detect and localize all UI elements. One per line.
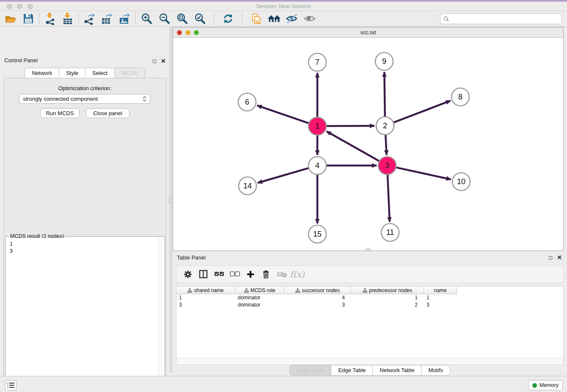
zoom-fit-button[interactable] — [173, 11, 191, 26]
node-10[interactable]: 10 — [452, 173, 470, 190]
search-input[interactable] — [451, 16, 561, 22]
node-11[interactable]: 11 — [381, 224, 399, 241]
table-panel-float-icon[interactable]: ◻ — [548, 254, 553, 260]
network-graph[interactable]: 1234678910111415 — [173, 38, 563, 251]
open-session-button[interactable] — [2, 11, 19, 26]
node-7[interactable]: 7 — [308, 53, 326, 71]
criterion-value: strongly connected component — [23, 96, 98, 102]
export-table-button[interactable] — [98, 11, 116, 26]
frame-minimize-icon[interactable]: – — [185, 30, 190, 35]
node-2[interactable]: 2 — [376, 117, 394, 135]
select-all-rows-button[interactable] — [211, 267, 227, 282]
mcds-result-scrollbar[interactable] — [159, 237, 164, 392]
task-history-button[interactable] — [5, 380, 17, 390]
frame-close-icon[interactable]: x — [177, 30, 182, 35]
cell-MCDS-role[interactable]: dominator — [235, 301, 284, 309]
tab-select[interactable]: Select — [85, 68, 115, 78]
cell-shared-name[interactable]: 1 — [176, 294, 235, 301]
window-minimize-icon[interactable] — [17, 4, 22, 9]
tab-edge-table[interactable]: Edge Table — [331, 365, 373, 375]
node-8[interactable]: 8 — [451, 88, 469, 106]
tab-motifs[interactable]: Motifs — [421, 365, 450, 375]
edge-2-3[interactable] — [385, 135, 387, 155]
tab-style[interactable]: Style — [59, 68, 85, 78]
delete-column-button[interactable] — [258, 267, 274, 282]
frame-maximize-icon[interactable]: + — [194, 30, 199, 35]
zoom-selected-button[interactable] — [191, 11, 209, 26]
cell-successor-nodes[interactable]: 4 — [284, 294, 351, 301]
import-network-button[interactable] — [41, 11, 59, 26]
delete-table-button[interactable] — [274, 267, 289, 282]
close-panel-button[interactable]: Close panel — [86, 108, 129, 118]
cell-name[interactable]: 3 — [424, 301, 457, 309]
zoom-out-button[interactable] — [155, 11, 173, 26]
list-icon — [7, 382, 14, 388]
show-all-button[interactable] — [301, 11, 319, 26]
column-header-predecessor-nodes[interactable]: predecessor nodes — [351, 287, 424, 294]
node-table[interactable]: shared nameMCDS rolesuccessor nodesprede… — [176, 286, 564, 365]
window-close-icon[interactable] — [7, 4, 12, 9]
edge-3-11[interactable] — [388, 175, 390, 222]
export-network-button[interactable] — [80, 11, 98, 26]
home-view-button[interactable] — [265, 11, 283, 26]
export-image-button[interactable] — [116, 11, 134, 26]
save-session-button[interactable] — [19, 11, 37, 26]
splitter-grip[interactable] — [168, 197, 172, 204]
window-zoom-icon[interactable] — [28, 4, 33, 9]
tab-mcds[interactable]: MCDS — [115, 68, 145, 78]
node-1[interactable]: 1 — [308, 117, 326, 135]
column-header-name[interactable]: name — [424, 287, 457, 294]
cell-name[interactable]: 1 — [424, 294, 457, 301]
node-9[interactable]: 9 — [375, 52, 393, 70]
window-titlebar[interactable]: Session: New Session — [0, 2, 567, 11]
edge-1-6[interactable] — [257, 105, 309, 123]
function-builder-button[interactable]: f(x) — [289, 267, 305, 282]
cell-successor-nodes[interactable]: 3 — [284, 301, 351, 309]
search-box[interactable] — [440, 14, 562, 24]
mcds-result-list[interactable]: 13 — [6, 238, 159, 392]
table-horizontal-scrollbar[interactable] — [177, 358, 563, 364]
table-row[interactable]: 3dominator323 — [176, 301, 457, 309]
import-table-button[interactable] — [59, 11, 77, 26]
column-visibility-button[interactable] — [195, 267, 211, 282]
tab-network[interactable]: Network — [25, 68, 59, 78]
optimization-criterion-label: Optimization criterion: — [0, 85, 170, 91]
memory-button[interactable]: Memory — [528, 380, 563, 390]
copy-network-button[interactable] — [248, 11, 265, 26]
edge-3-1[interactable] — [327, 131, 379, 161]
node-4[interactable]: 4 — [308, 157, 326, 174]
table-panel-close-icon[interactable]: ✕ — [557, 254, 562, 260]
control-panel-float-icon[interactable]: ◻ — [152, 58, 157, 64]
splitter-grip-horizontal[interactable] — [366, 248, 371, 251]
edge-2-8[interactable] — [394, 101, 451, 122]
table-row[interactable]: 1dominator411 — [176, 294, 457, 301]
edge-2-9[interactable] — [384, 72, 385, 116]
tab-network-table[interactable]: Network Table — [373, 365, 421, 375]
control-panel-close-icon[interactable]: ✕ — [161, 58, 166, 64]
edge-3-10[interactable] — [396, 168, 451, 179]
node-14[interactable]: 14 — [239, 177, 256, 195]
network-frame-titlebar[interactable]: x – + scc.txt — [173, 28, 563, 38]
node-3[interactable]: 3 — [378, 157, 396, 174]
cell-MCDS-role[interactable]: dominator — [235, 294, 284, 301]
tab-node-table[interactable]: Node Table — [289, 365, 332, 375]
cell-predecessor-nodes[interactable]: 2 — [351, 301, 424, 309]
refresh-view-button[interactable] — [219, 11, 237, 26]
column-header-successor-nodes[interactable]: successor nodes — [284, 287, 351, 294]
column-header-shared-name[interactable]: shared name — [176, 287, 235, 294]
column-header-MCDS-role[interactable]: MCDS role — [235, 287, 284, 294]
cell-shared-name[interactable]: 3 — [176, 301, 235, 309]
deselect-all-rows-button[interactable] — [227, 267, 242, 282]
table-settings-button[interactable] — [180, 267, 195, 282]
cell-predecessor-nodes[interactable]: 1 — [351, 294, 424, 301]
criterion-dropdown[interactable]: strongly connected component — [19, 94, 150, 104]
node-15[interactable]: 15 — [308, 225, 326, 243]
edge-4-14[interactable] — [258, 168, 308, 183]
edge-1-2[interactable] — [327, 126, 374, 126]
mcds-result-group: MCDS result (2 nodes) 13 — [5, 236, 165, 392]
run-mcds-button[interactable]: Run MCDS — [40, 108, 80, 118]
zoom-in-button[interactable] — [138, 11, 155, 26]
add-column-button[interactable] — [242, 267, 258, 282]
hide-selected-button[interactable] — [283, 11, 301, 26]
node-6[interactable]: 6 — [238, 93, 256, 111]
